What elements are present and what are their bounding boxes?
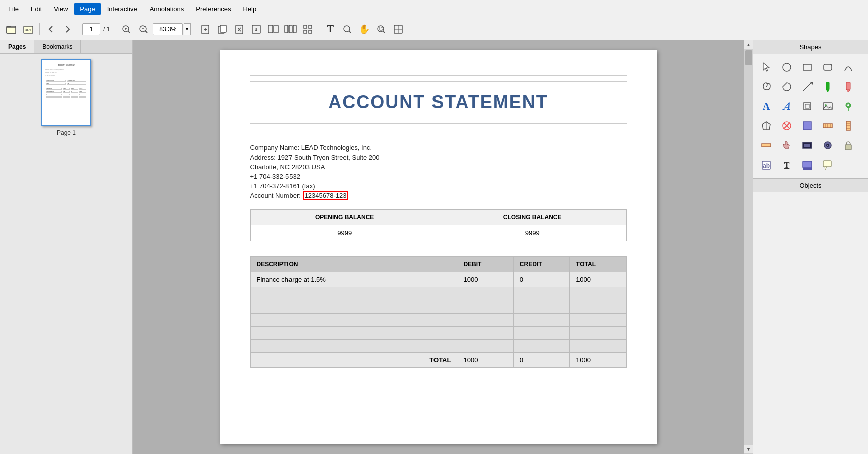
fill-tool[interactable]	[798, 117, 816, 135]
transactions-table: DESCRIPTION DEBIT CREDIT TOTAL Finance c…	[250, 256, 627, 368]
lock-tool[interactable]	[839, 136, 857, 155]
preferences-menu[interactable]: Preferences	[190, 3, 237, 15]
new-page-button[interactable]	[197, 21, 213, 37]
menubar: File Edit View Page Interactive Annotati…	[0, 0, 868, 18]
ruler-h-tool[interactable]	[819, 117, 837, 135]
ruler2-tool[interactable]	[757, 136, 775, 155]
open-file-button[interactable]	[3, 21, 19, 37]
arc-tool[interactable]	[839, 58, 857, 76]
zoom-in-button[interactable]	[118, 21, 134, 37]
ellipse-tool[interactable]	[778, 58, 796, 76]
text-tool-a[interactable]: A	[757, 97, 775, 115]
page-number-input[interactable]: 1	[82, 23, 100, 35]
svg-marker-81	[825, 167, 827, 170]
cross-tool[interactable]	[778, 117, 796, 135]
checkbox-tool[interactable]: ab	[757, 156, 775, 174]
svg-line-32	[349, 31, 351, 33]
help-menu[interactable]: Help	[237, 3, 262, 15]
dropdown-arrow-tool[interactable]	[757, 117, 775, 135]
thumb-text-5: +1 704-372-8161 (fax)	[45, 75, 87, 76]
bookmarks-tab[interactable]: Bookmarks	[34, 40, 81, 53]
import-button[interactable]: ⬇	[248, 21, 264, 37]
svg-rect-40	[803, 64, 811, 70]
copy-page-button[interactable]	[214, 21, 230, 37]
hotspot-tool[interactable]	[839, 97, 857, 115]
svg-rect-23	[274, 25, 278, 33]
highlight-tool[interactable]	[798, 156, 816, 174]
chord-tool[interactable]	[778, 78, 796, 96]
svg-text:ab: ab	[763, 162, 770, 169]
desc-6	[250, 340, 457, 353]
interactive-menu[interactable]: Interactive	[101, 3, 143, 15]
three-page-button[interactable]	[282, 21, 299, 37]
scroll-up-arrow[interactable]: ▲	[744, 40, 753, 49]
right-panel: Shapes	[753, 40, 868, 454]
pan-button[interactable]: ✋	[356, 21, 372, 37]
magnify-button[interactable]	[339, 21, 355, 37]
toolbar-sep-5	[319, 23, 319, 35]
desc-header: DESCRIPTION	[250, 257, 457, 272]
annotations-menu[interactable]: Annotations	[143, 3, 190, 15]
account-number-line: Account Number: 12345678-123	[250, 192, 627, 199]
svg-point-39	[783, 63, 791, 71]
pointer-tool[interactable]	[757, 58, 775, 76]
thumb-text-6: Account Number: 12345678-123	[45, 76, 87, 77]
forward-button[interactable]	[60, 21, 76, 37]
thumb-text-3: Charlotte, NC 28203 USA	[45, 72, 87, 73]
shapes-grid: A 𝐴	[753, 54, 868, 178]
edit-tool[interactable]	[839, 78, 857, 96]
italic-text-tool[interactable]: 𝐴	[778, 97, 796, 115]
zoom-level-input[interactable]: 83.3%	[153, 23, 183, 35]
poly-tool[interactable]	[798, 97, 816, 115]
zoom-select-button[interactable]	[373, 21, 389, 37]
film-tool[interactable]	[798, 136, 816, 155]
scroll-down-arrow[interactable]: ▼	[744, 445, 753, 454]
image-tool[interactable]	[819, 97, 837, 115]
scroll-track[interactable]	[744, 49, 753, 445]
zoom-dropdown-arrow[interactable]: ▾	[184, 23, 191, 35]
rounded-rect-tool[interactable]	[819, 58, 837, 76]
total-label: TOTAL	[250, 353, 457, 368]
total-total: 1000	[570, 353, 626, 368]
grid-view-button[interactable]	[300, 21, 316, 37]
svg-rect-75	[845, 145, 851, 150]
pages-tab[interactable]: Pages	[0, 40, 34, 53]
svg-rect-49	[805, 104, 809, 108]
view-menu[interactable]: View	[48, 3, 74, 15]
debit-5	[457, 327, 513, 340]
green-pen-tool[interactable]	[819, 78, 837, 96]
credit-5	[513, 327, 569, 340]
svg-rect-26	[293, 25, 296, 33]
opening-balance-value: 9999	[250, 225, 439, 241]
file-menu[interactable]: File	[2, 3, 25, 15]
ruler-v-tool[interactable]	[839, 117, 857, 135]
page-1-thumbnail[interactable]: ACCOUNT STATEMENT Company Name: LEAD Tec…	[41, 59, 91, 126]
back-button[interactable]	[43, 21, 59, 37]
delete-page-button[interactable]	[231, 21, 247, 37]
zoom-out-button[interactable]	[135, 21, 152, 37]
svg-rect-35	[379, 27, 382, 30]
document-title: ACCOUNT STATEMENT	[250, 81, 627, 124]
edit-menu[interactable]: Edit	[25, 3, 48, 15]
page-menu[interactable]: Page	[74, 3, 101, 15]
text-underline-tool[interactable]: T	[778, 156, 796, 174]
open-url-button[interactable]: URL	[20, 21, 36, 37]
vertical-scrollbar[interactable]: ▲ ▼	[744, 40, 753, 454]
text-tool-button[interactable]: T	[322, 21, 338, 37]
svg-rect-22	[268, 25, 273, 33]
svg-rect-71	[804, 144, 810, 147]
callout-tool[interactable]	[819, 156, 837, 174]
sound-tool[interactable]	[819, 136, 837, 155]
fit-page-button[interactable]	[390, 21, 406, 37]
desc-4	[250, 314, 457, 327]
rectangle-tool[interactable]	[798, 58, 816, 76]
main-layout: Pages Bookmarks ACCOUNT STATEMENT Compan…	[0, 40, 868, 454]
two-page-button[interactable]	[265, 21, 281, 37]
line-tool[interactable]	[798, 78, 816, 96]
hand-tool[interactable]	[778, 136, 796, 155]
company-name: Company Name: LEAD Technologies, Inc.	[250, 144, 627, 152]
content-area[interactable]: ACCOUNT STATEMENT Company Name: LEAD Tec…	[133, 40, 744, 454]
scroll-thumb[interactable]	[745, 50, 752, 65]
spiral-tool[interactable]	[757, 78, 775, 96]
phone1: +1 704-332-5532	[250, 173, 627, 180]
